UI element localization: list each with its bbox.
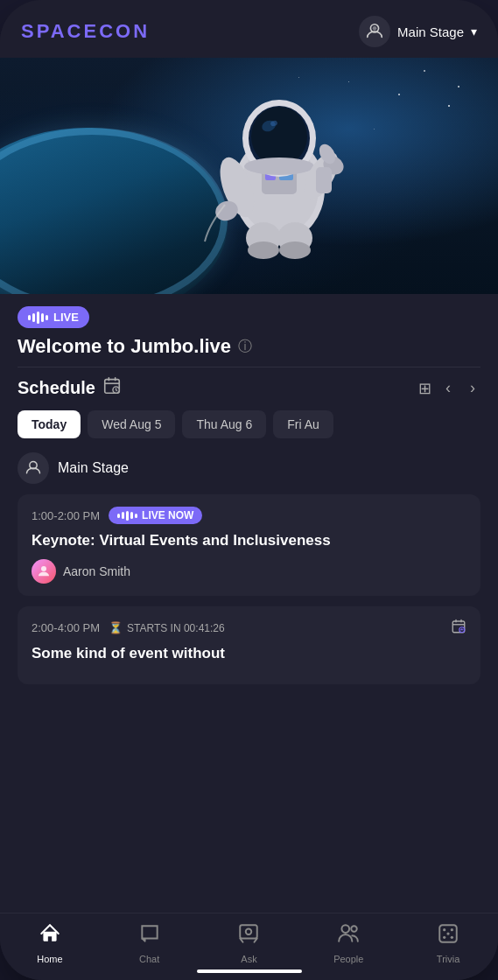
ask-icon — [237, 922, 260, 950]
event-time-row-1: 1:00-2:00 PM LIVE NOW — [32, 507, 466, 524]
live-badge: LIVE — [18, 306, 89, 328]
event-card-2[interactable]: 2:00-4:00 PM ⏳ STARTS IN 00:41:26 Some k… — [18, 606, 480, 684]
hourglass-icon: ⏳ — [109, 621, 123, 634]
schedule-title: Schedule — [18, 378, 95, 398]
add-to-calendar-icon[interactable] — [451, 619, 466, 637]
app-logo: SPACECON — [21, 20, 150, 43]
svg-point-36 — [443, 936, 445, 939]
starts-in-label: STARTS IN 00:41:26 — [127, 622, 225, 634]
chevron-down-icon: ▾ — [471, 24, 477, 38]
schedule-prev-button[interactable]: ‹ — [440, 377, 456, 399]
main-event-title: Welcome to Jumbo.live — [18, 335, 231, 358]
event-time-row-2: 2:00-4:00 PM ⏳ STARTS IN 00:41:26 — [32, 619, 466, 637]
date-tabs: Today Wed Aug 5 Thu Aug 6 Fri Au — [18, 410, 480, 438]
svg-rect-22 — [316, 167, 332, 193]
starts-in-badge: ⏳ STARTS IN 00:41:26 — [109, 621, 225, 634]
event-time-1: 1:00-2:00 PM — [32, 509, 100, 522]
svg-point-9 — [251, 107, 307, 166]
grid-view-icon[interactable]: ⊞ — [418, 379, 431, 398]
stage-label: Main Stage — [397, 24, 464, 39]
logo-suffix: CON — [99, 20, 150, 42]
people-icon — [337, 922, 360, 950]
schedule-title-group: Schedule — [18, 376, 122, 400]
date-tab-fri[interactable]: Fri Au — [273, 410, 333, 438]
stage-row: Main Stage — [18, 452, 480, 484]
event-title-row: Welcome to Jumbo.live ⓘ — [18, 335, 480, 358]
stage-name: Main Stage — [58, 460, 129, 476]
svg-point-12 — [244, 158, 314, 175]
hero-image — [0, 58, 498, 294]
schedule-calendar-icon[interactable] — [102, 376, 122, 400]
speaker-avatar — [32, 559, 56, 584]
home-indicator — [197, 970, 302, 973]
stage-avatar — [18, 452, 49, 484]
schedule-next-button[interactable]: › — [465, 377, 480, 399]
svg-point-31 — [342, 925, 350, 933]
live-now-label: LIVE NOW — [142, 509, 193, 522]
stage-selector[interactable]: Main Stage ▾ — [359, 16, 477, 47]
svg-point-35 — [451, 928, 453, 931]
date-tab-wed[interactable]: Wed Aug 5 — [88, 410, 175, 438]
astronaut-image — [192, 75, 384, 276]
nav-label-trivia: Trivia — [437, 954, 459, 964]
schedule-controls: ⊞ ‹ › — [418, 377, 480, 399]
nav-label-chat: Chat — [139, 954, 159, 964]
svg-point-20 — [248, 242, 279, 259]
svg-point-32 — [352, 926, 358, 932]
nav-label-home: Home — [37, 954, 62, 964]
chat-icon — [138, 922, 161, 950]
live-now-badge: LIVE NOW — [109, 507, 202, 524]
schedule-header: Schedule ⊞ ‹ › — [18, 376, 480, 400]
nav-item-chat[interactable]: Chat — [123, 922, 176, 964]
svg-point-38 — [446, 932, 449, 934]
svg-rect-29 — [241, 925, 258, 938]
event-name-1: Keynote: Virtual Events and Inclusivenes… — [32, 531, 466, 550]
nav-item-home[interactable]: Home — [24, 922, 76, 964]
trivia-icon — [437, 922, 459, 950]
svg-point-1 — [373, 26, 377, 31]
date-tab-today[interactable]: Today — [18, 410, 81, 438]
event-name-2: Some kind of event without — [32, 644, 466, 663]
nav-label-ask: Ask — [241, 954, 256, 964]
speaker-row: Aaron Smith — [32, 559, 466, 584]
divider-1 — [18, 367, 480, 368]
live-badge-row: LIVE — [18, 306, 480, 328]
svg-point-37 — [451, 936, 453, 939]
nav-label-people: People — [333, 954, 363, 964]
live-waves-icon — [28, 312, 48, 324]
event-card-1[interactable]: 1:00-2:00 PM LIVE NOW Keynote: Virtual E… — [18, 494, 480, 596]
event-time-2: 2:00-4:00 PM — [32, 621, 100, 634]
header: SPACECON Main Stage ▾ — [0, 0, 498, 58]
home-icon — [39, 922, 61, 950]
svg-point-30 — [246, 929, 252, 935]
svg-point-26 — [41, 566, 46, 571]
live-now-waves-icon — [117, 511, 137, 521]
svg-point-21 — [279, 242, 311, 259]
nav-item-ask[interactable]: Ask — [222, 922, 275, 964]
svg-point-34 — [443, 928, 445, 931]
live-badge-label: LIVE — [53, 311, 79, 324]
stage-selector-icon — [359, 16, 390, 47]
date-tab-thu[interactable]: Thu Aug 6 — [182, 410, 266, 438]
speaker-name: Aaron Smith — [63, 564, 130, 578]
phone-frame: SPACECON Main Stage ▾ — [0, 0, 498, 980]
logo-prefix: SPACE — [21, 20, 99, 42]
nav-item-trivia[interactable]: Trivia — [422, 922, 474, 964]
info-icon[interactable]: ⓘ — [238, 338, 252, 356]
nav-item-people[interactable]: People — [322, 922, 375, 964]
content-area: LIVE Welcome to Jumbo.live ⓘ Schedule — [0, 294, 498, 913]
